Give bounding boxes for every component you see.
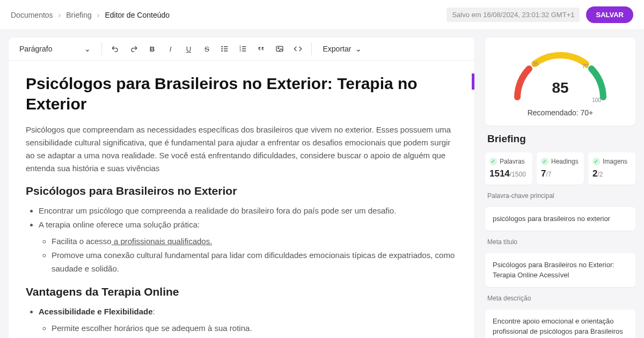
code-button[interactable] (290, 41, 306, 57)
quote-button[interactable] (253, 41, 269, 57)
underline-button[interactable]: U (180, 41, 196, 57)
side-panel: 35 70 100 85 Recomendado: 70+ Briefing ✓… (485, 38, 635, 338)
list-item: Acessibilidade e Flexibilidade: Permite … (39, 305, 457, 335)
chevron-right-icon: › (97, 11, 100, 19)
score-gauge-card: 35 70 100 85 Recomendado: 70+ (485, 38, 635, 126)
recommended-label: Recomendado: 70+ (494, 108, 627, 117)
save-button[interactable]: SALVAR (586, 6, 633, 23)
redo-button[interactable] (126, 41, 142, 57)
metatitle-label: Meta título (485, 238, 635, 246)
strikethrough-button[interactable]: S (199, 41, 215, 57)
chevron-right-icon: › (58, 11, 61, 19)
doc-h2: Vantagens da Terapia Online (26, 285, 457, 298)
check-icon: ✓ (541, 158, 548, 165)
doc-h1: Psicólogos para Brasileiros no Exterior:… (26, 74, 457, 114)
list-item: Permite escolher horários que se adequem… (52, 321, 457, 335)
bold-button[interactable]: B (144, 41, 160, 57)
numbered-list-button[interactable]: 123 (235, 41, 251, 57)
keyword-value[interactable]: psicólogos para brasileiros no exterior (485, 207, 635, 231)
toolbar: Parágrafo ⌄ B I U S 123 Exportar ⌄ (9, 38, 474, 61)
saved-timestamp: Salvo em 16/08/2024, 23:01:32 GMT+1 (447, 8, 580, 22)
breadcrumb: Documentos › Briefing › Editor de Conteú… (11, 11, 170, 19)
stats-row: ✓Palavras 1514/1500 ✓Headings 7/7 ✓Image… (485, 152, 635, 185)
stat-images: ✓Imagens 2/2 (588, 152, 635, 185)
svg-point-0 (222, 46, 222, 47)
svg-point-4 (222, 50, 222, 51)
svg-point-2 (222, 48, 222, 49)
breadcrumb-mid[interactable]: Briefing (66, 11, 91, 19)
stat-words: ✓Palavras 1514/1500 (485, 152, 532, 185)
chevron-down-icon: ⌄ (355, 45, 362, 53)
metadesc-label: Meta descrição (485, 295, 635, 302)
breadcrumb-root[interactable]: Documentos (11, 11, 53, 19)
chevron-down-icon: ⌄ (84, 45, 91, 53)
score-value: 85 (507, 79, 614, 97)
list-item: Facilita o acesso a profissionais qualif… (52, 234, 457, 248)
breadcrumb-current: Editor de Conteúdo (105, 11, 170, 19)
svg-point-13 (278, 48, 279, 49)
list-item: Encontrar um psicólogo que compreenda a … (39, 204, 457, 218)
editor-panel: Parágrafo ⌄ B I U S 123 Exportar ⌄ Psicó… (9, 38, 474, 338)
export-dropdown[interactable]: Exportar ⌄ (317, 41, 367, 56)
image-button[interactable] (272, 41, 288, 57)
bullet-list-button[interactable] (217, 41, 233, 57)
doc-intro: Psicólogos que compreendam as necessidad… (26, 123, 457, 175)
briefing-heading: Briefing (485, 133, 635, 145)
metadesc-value[interactable]: Encontre apoio emocional e orientação pr… (485, 310, 635, 339)
score-gauge: 35 70 100 85 (507, 46, 614, 105)
list-item: Promove uma conexão cultural fundamental… (52, 248, 457, 276)
keyword-label: Palavra-chave principal (485, 192, 635, 200)
undo-button[interactable] (107, 41, 123, 57)
link[interactable]: a profissionais qualificados. (112, 237, 213, 246)
metatitle-value[interactable]: Psicólogos para Brasileiros no Exterior:… (485, 253, 635, 287)
topbar: Documentos › Briefing › Editor de Conteú… (0, 0, 644, 30)
format-dropdown[interactable]: Parágrafo ⌄ (14, 41, 96, 56)
cursor-marker (472, 74, 474, 90)
check-icon: ✓ (592, 158, 600, 165)
doc-h2: Psicólogos para Brasileiros no Exterior (26, 185, 457, 197)
editor-content[interactable]: Psicólogos para Brasileiros no Exterior:… (9, 61, 474, 338)
italic-button[interactable]: I (162, 41, 178, 57)
svg-text:3: 3 (240, 49, 241, 52)
check-icon: ✓ (489, 158, 497, 165)
list-item: A terapia online oferece uma solução prá… (39, 218, 457, 276)
stat-headings: ✓Headings 7/7 (537, 152, 584, 185)
